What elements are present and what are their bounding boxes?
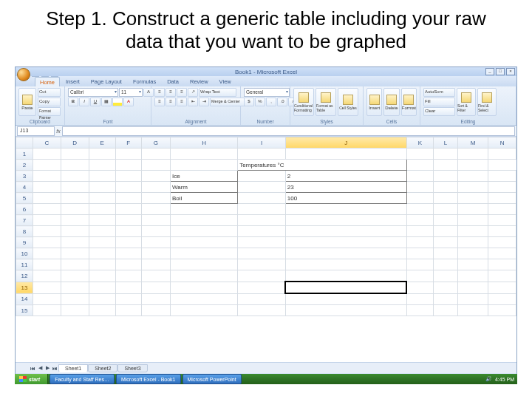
paste-button[interactable]: Paste — [18, 88, 36, 116]
row-header[interactable]: 14 — [16, 293, 33, 305]
cell[interactable]: Boil — [171, 193, 238, 204]
system-tray[interactable]: 🔊 4:45 PM — [482, 376, 517, 382]
cell[interactable]: Temperatures °C — [238, 160, 406, 171]
sheet-nav-first-icon[interactable]: ⏮ — [29, 366, 36, 371]
cell[interactable]: Warm — [171, 182, 238, 193]
selected-cell[interactable] — [285, 282, 406, 293]
format-cells-button[interactable]: Format — [401, 88, 417, 116]
sheet-tab[interactable]: Sheet3 — [117, 364, 147, 372]
row-header[interactable]: 2 — [16, 160, 33, 171]
col-header[interactable]: M — [458, 137, 488, 149]
format-as-table-button[interactable]: Format as Table — [316, 88, 336, 116]
number-format-combo[interactable]: General — [244, 88, 290, 97]
sheet-nav-prev-icon[interactable]: ◀ — [36, 365, 44, 371]
close-button[interactable]: × — [506, 68, 515, 75]
font-size-combo[interactable]: 11 — [119, 88, 143, 97]
worksheet-grid[interactable]: C D E F G H I J K L M N 1 2 Temperatures… — [16, 137, 516, 363]
sheet-nav-next-icon[interactable]: ▶ — [44, 365, 51, 371]
indent-inc-button[interactable]: ⇥ — [199, 98, 209, 106]
cell[interactable]: 100 — [285, 193, 406, 204]
cell[interactable]: 23 — [285, 182, 406, 193]
fill-color-button[interactable] — [112, 98, 123, 106]
tab-review[interactable]: Review — [185, 76, 214, 86]
align-bottom-button[interactable]: ≡ — [177, 88, 187, 97]
office-button[interactable] — [17, 68, 30, 81]
tray-clock[interactable]: 4:45 PM — [495, 377, 514, 382]
row-header[interactable]: 9 — [16, 237, 33, 248]
fx-icon[interactable]: fx — [55, 129, 62, 134]
row-header[interactable]: 13 — [16, 282, 33, 293]
col-header[interactable]: N — [488, 137, 516, 149]
sheet-tab[interactable]: Sheet1 — [58, 364, 88, 372]
cell-styles-button[interactable]: Cell Styles — [338, 88, 358, 116]
align-top-button[interactable]: ≡ — [154, 88, 165, 97]
col-header[interactable]: J — [285, 137, 406, 149]
clear-button[interactable]: Clear — [423, 107, 455, 116]
tab-page-layout[interactable]: Page Layout — [86, 76, 127, 86]
comma-button[interactable]: , — [266, 98, 276, 106]
minimize-button[interactable]: _ — [485, 68, 494, 75]
select-all-corner[interactable] — [16, 137, 33, 149]
bold-button[interactable]: B — [68, 98, 78, 106]
font-family-combo[interactable]: Calibri — [68, 88, 118, 97]
col-header[interactable]: G — [141, 137, 170, 149]
italic-button[interactable]: I — [79, 98, 89, 106]
align-right-button[interactable]: ≡ — [177, 98, 187, 106]
insert-cells-button[interactable]: Insert — [366, 88, 382, 116]
col-header[interactable]: F — [115, 137, 141, 149]
col-header[interactable]: H — [171, 137, 238, 149]
row-header[interactable]: 12 — [16, 270, 33, 282]
sheet-nav-last-icon[interactable]: ⏭ — [51, 366, 58, 371]
formula-input[interactable] — [62, 126, 515, 136]
row-header[interactable]: 4 — [16, 182, 33, 193]
align-left-button[interactable]: ≡ — [154, 98, 165, 106]
start-button[interactable]: start — [15, 374, 48, 384]
border-button[interactable]: ▦ — [101, 98, 112, 106]
row-header[interactable]: 8 — [16, 226, 33, 237]
taskbar-item[interactable]: Microsoft Excel - Book1 — [116, 374, 181, 384]
col-header[interactable]: D — [61, 137, 89, 149]
taskbar-item[interactable]: Microsoft PowerPoint — [183, 374, 242, 384]
fill-button[interactable]: Fill — [423, 98, 455, 106]
percent-button[interactable]: % — [255, 98, 265, 106]
format-painter-button[interactable]: Format Painter — [38, 107, 61, 116]
col-header[interactable]: C — [33, 137, 61, 149]
wrap-text-button[interactable]: Wrap Text — [199, 88, 236, 97]
col-header[interactable]: K — [406, 137, 433, 149]
maximize-button[interactable]: □ — [496, 68, 505, 75]
currency-button[interactable]: $ — [244, 98, 254, 106]
tab-view[interactable]: View — [214, 76, 236, 86]
row-header[interactable]: 5 — [16, 193, 33, 204]
conditional-formatting-button[interactable]: Conditional Formatting — [293, 88, 314, 116]
find-select-button[interactable]: Find & Select — [477, 88, 497, 116]
underline-button[interactable]: U — [90, 98, 100, 106]
cell[interactable]: 2 — [285, 171, 406, 182]
taskbar-item[interactable]: Faculty and Staff Res… — [50, 374, 115, 384]
tab-insert[interactable]: Insert — [61, 76, 85, 86]
col-header[interactable]: L — [434, 137, 458, 149]
align-center-button[interactable]: ≡ — [166, 98, 176, 106]
autosum-button[interactable]: AutoSum — [423, 88, 455, 97]
indent-dec-button[interactable]: ⇤ — [188, 98, 198, 106]
sort-filter-button[interactable]: Sort & Filter — [457, 88, 476, 116]
row-header[interactable]: 6 — [16, 204, 33, 215]
delete-cells-button[interactable]: Delete — [383, 88, 399, 116]
row-header[interactable]: 7 — [16, 215, 33, 226]
align-middle-button[interactable]: ≡ — [166, 88, 176, 97]
sheet-tab[interactable]: Sheet2 — [88, 364, 117, 372]
inc-decimal-button[interactable]: .0 — [277, 98, 287, 106]
tray-icon[interactable]: 🔊 — [485, 376, 492, 382]
font-color-button[interactable]: A — [123, 98, 134, 106]
cut-button[interactable]: Cut — [38, 88, 61, 97]
tab-home[interactable]: Home — [35, 77, 60, 86]
copy-button[interactable]: Copy — [38, 98, 61, 106]
row-header[interactable]: 3 — [16, 171, 33, 182]
tab-data[interactable]: Data — [162, 76, 184, 86]
row-header[interactable]: 1 — [16, 149, 33, 160]
orientation-button[interactable]: ↗ — [188, 88, 198, 97]
col-header[interactable]: I — [238, 137, 286, 149]
col-header[interactable]: E — [89, 137, 115, 149]
row-header[interactable]: 11 — [16, 259, 33, 270]
row-header[interactable]: 10 — [16, 248, 33, 259]
tab-formulas[interactable]: Formulas — [128, 76, 161, 86]
